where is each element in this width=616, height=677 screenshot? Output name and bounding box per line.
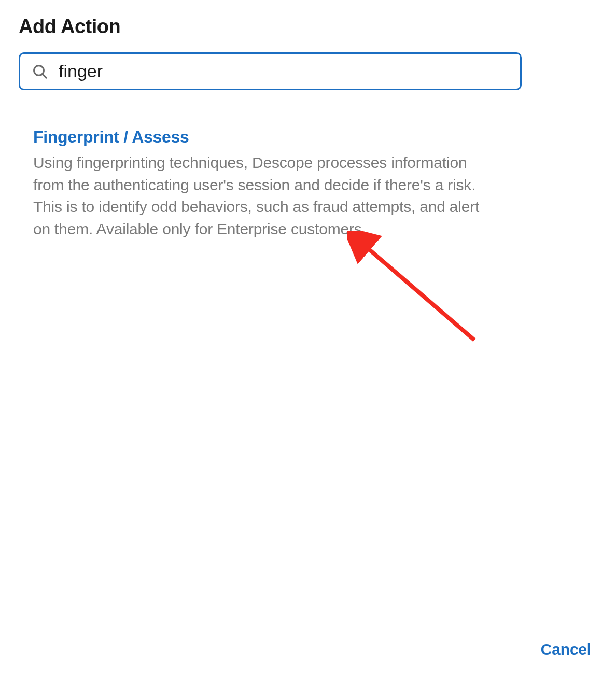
dialog-title: Add Action — [19, 16, 597, 38]
result-item[interactable]: Fingerprint / Assess Using fingerprintin… — [33, 128, 485, 240]
search-icon — [32, 63, 48, 80]
svg-line-3 — [363, 244, 474, 340]
result-description: Using fingerprinting techniques, Descope… — [33, 152, 485, 240]
search-input[interactable] — [59, 61, 509, 81]
search-wrapper[interactable] — [19, 52, 522, 90]
results-list: Fingerprint / Assess Using fingerprintin… — [19, 128, 516, 240]
result-title: Fingerprint / Assess — [33, 128, 485, 147]
annotation-arrow — [347, 231, 482, 348]
svg-line-1 — [43, 74, 46, 77]
cancel-button[interactable]: Cancel — [541, 641, 591, 658]
dialog-footer: Cancel — [541, 641, 591, 658]
